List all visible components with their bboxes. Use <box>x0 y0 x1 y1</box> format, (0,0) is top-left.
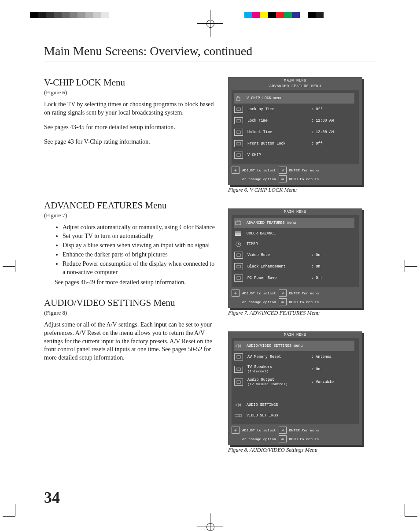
osd-item-label: PC Power Save <box>247 276 311 280</box>
color-bars-icon <box>234 230 242 237</box>
vchip-paragraph-1: Lock the TV by selecting times or choosi… <box>44 100 216 117</box>
osd-item-value: : 12:00 AM <box>311 130 334 134</box>
av-figure-ref: (Figure 8) <box>44 309 216 316</box>
video-icon <box>234 412 242 419</box>
hint-adjust: ADJUST to select <box>242 428 276 432</box>
adv-bullet-item: Display a blue screen when viewing an in… <box>63 241 216 250</box>
osd-title: MAIN MENU <box>228 208 362 215</box>
crop-mark-right <box>401 260 417 272</box>
adjust-icon: ✥ <box>232 290 239 297</box>
osd-item-sublabel: (Internal) <box>247 369 311 373</box>
svg-rect-17 <box>237 277 240 279</box>
av-paragraph: Adjust some or all of the A/V settings. … <box>44 321 216 362</box>
osd-menu-row: Video Mute: On <box>234 249 354 261</box>
osd-advanced-features-menu: MAIN MENU ADVANCED FEATURES menuCOLOR BA… <box>228 208 362 308</box>
osd-menu-row: TV Speakers(Internal): On <box>234 363 354 375</box>
osd-menu-row <box>234 388 354 400</box>
hint-adjust: ADJUST to select <box>242 291 276 295</box>
osd-item-label: V-CHIP LOCK menu <box>247 96 310 100</box>
osd-item-label: Lock Time <box>247 119 311 123</box>
crop-mark-bottom-right <box>401 510 417 523</box>
osd-title: MAIN MENU <box>228 331 362 338</box>
lock-icon <box>234 95 242 101</box>
osd-item-value: : On <box>311 253 320 257</box>
box-icon <box>234 152 243 159</box>
svg-rect-21 <box>237 381 240 383</box>
svg-marker-24 <box>239 414 241 417</box>
svg-rect-3 <box>237 131 240 134</box>
svg-rect-20 <box>237 368 240 371</box>
box-icon <box>234 140 243 147</box>
box-icon <box>234 379 243 386</box>
osd-item-value: : Antenna <box>311 355 332 359</box>
hint-adjust: ADJUST to select <box>242 168 276 172</box>
grayscale-calibration-bar <box>30 12 109 18</box>
svg-marker-18 <box>236 344 239 348</box>
osd-item-label: Black Enhancement <box>247 264 311 269</box>
color-calibration-bar <box>244 12 324 18</box>
osd-menu-row: Black Enhancement: On <box>234 261 354 272</box>
figure-6-caption: Figure 6. V CHIP LOCK Menu <box>228 187 376 193</box>
osd-item-label: Video Mute <box>247 253 311 257</box>
osd-item-value: : On <box>311 264 320 269</box>
svg-rect-6 <box>236 221 241 225</box>
osd-item-label: Front Button Lock <box>247 141 311 146</box>
osd-item-label: V-CHIP <box>247 153 311 157</box>
box-icon <box>234 117 243 124</box>
menu-icon: ▭ <box>279 298 287 305</box>
av-heading: AUDIO/VIDEO SETTINGS Menu <box>44 297 216 308</box>
vchip-paragraph-2: See pages 43-45 for more detailed setup … <box>44 123 216 132</box>
osd-item-sublabel: (TV Volume Control) <box>247 382 311 386</box>
svg-rect-5 <box>237 154 240 156</box>
box-icon <box>234 275 243 282</box>
enter-icon: ↲ <box>279 167 287 174</box>
svg-rect-2 <box>237 119 240 122</box>
osd-menu-row: Lock by Time: Off <box>234 104 354 115</box>
osd-hint-bar: ✥ADJUST to select↲ENTER for menuor chang… <box>228 424 362 445</box>
page-number: 34 <box>44 488 60 507</box>
vchip-figure-ref: (Figure 6) <box>44 89 216 96</box>
osd-av-settings-menu: MAIN MENU AUDIO/VIDEO SETTINGS menuAV Me… <box>228 331 362 445</box>
hint-menu: MENU to return <box>289 300 319 304</box>
adv-figure-ref: (Figure 7) <box>44 212 216 219</box>
svg-rect-1 <box>237 108 240 111</box>
osd-item-label: ADVANCED FEATURES menu <box>247 221 310 225</box>
hint-enter: ENTER for menu <box>289 291 319 295</box>
figure-8-caption: Figure 8. AUDIO/VIDEO Settings Menu <box>228 447 376 453</box>
osd-item-label: AUDIO/VIDEO SETTINGS menu <box>247 344 310 348</box>
osd-item-value: : Off <box>311 107 323 111</box>
crop-mark-bottom-left <box>3 510 19 523</box>
osd-menu-row: Audio Output(TV Volume Control): Variabl… <box>234 375 354 388</box>
hint-change: or change option <box>242 300 276 304</box>
adjust-icon: ✥ <box>232 427 239 434</box>
adv-bullet-item: Set your TV to turn on automatically <box>63 232 216 241</box>
hint-change: or change option <box>242 177 276 181</box>
vchip-heading: V-CHIP LOCK Menu <box>44 77 216 88</box>
osd-item-label: Lock by Time <box>247 107 311 111</box>
osd-menu-row: Front Button Lock: Off <box>234 138 354 149</box>
osd-item-value: : On <box>311 367 320 371</box>
box-icon <box>234 106 243 113</box>
enter-icon: ↲ <box>279 427 287 434</box>
box-icon <box>234 129 243 136</box>
svg-rect-16 <box>237 265 240 268</box>
svg-rect-11 <box>235 234 241 236</box>
adv-see-pages: See pages 46-49 for more detailed setup … <box>55 278 216 287</box>
osd-menu-row: AUDIO SETTINGS <box>234 400 354 410</box>
registration-mark-top <box>190 4 230 43</box>
osd-menu-row: AV Memory Reset: Antenna <box>234 351 354 363</box>
osd-item-label: VIDEO SETTINGS <box>247 413 310 418</box>
adv-bullet-item: Enhance the darker parts of bright pictu… <box>63 251 216 259</box>
osd-menu-row: PC Power Save: Off <box>234 272 354 284</box>
osd-menu-row: COLOR BALANCE <box>234 228 354 239</box>
hint-menu: MENU to return <box>289 177 319 181</box>
figure-7-caption: Figure 7. ADVANCED FEATURES Menu <box>228 310 376 316</box>
speaker-icon <box>234 343 242 349</box>
osd-item-label: TIMER <box>247 242 310 246</box>
osd-menu-row: TIMER <box>234 239 354 249</box>
svg-rect-9 <box>235 231 241 233</box>
svg-rect-23 <box>235 414 239 417</box>
svg-rect-19 <box>237 356 240 358</box>
osd-menu-row: AUDIO/VIDEO SETTINGS menu <box>234 341 354 351</box>
manual-page: Main Menu Screens: Overview, continued V… <box>0 0 420 531</box>
